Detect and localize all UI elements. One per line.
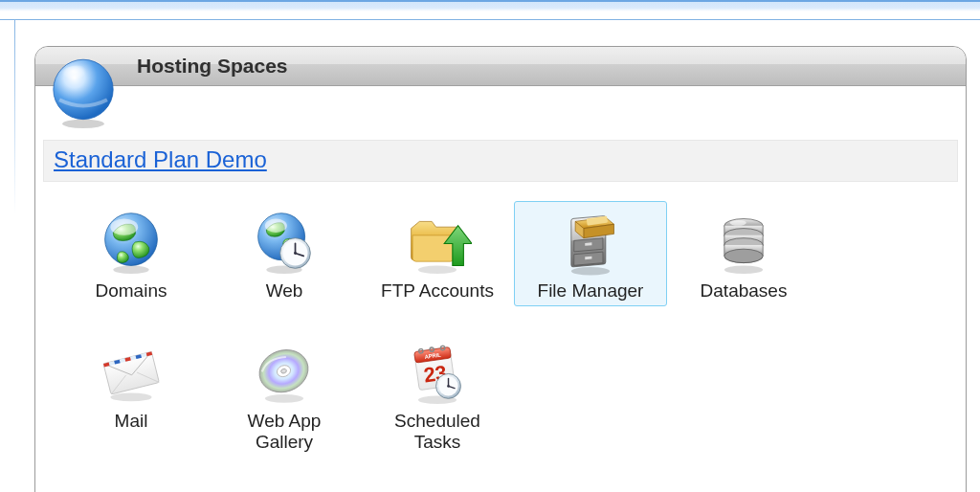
plan-link[interactable]: Standard Plan Demo [54,146,267,172]
item-label: File Manager [519,280,662,302]
item-label: ScheduledTasks [366,411,509,453]
plan-bar: Standard Plan Demo [43,140,958,182]
hosting-spaces-panel: Hosting Spaces Standard Plan Demo Domain… [34,46,967,492]
item-databases[interactable]: Databases [667,201,820,306]
item-domains[interactable]: Domains [55,201,208,306]
item-label: Databases [672,280,815,302]
item-web-app-gallery[interactable]: Web AppGallery [208,331,361,458]
item-label: Mail [59,411,203,432]
database-icon [672,208,815,277]
item-label: Web [212,280,356,302]
envelope-icon [59,338,203,407]
item-web[interactable]: Web [208,201,361,306]
globe-green-icon [59,208,203,277]
calendar-clock-icon [366,338,509,407]
top-gradient-bar [0,0,980,20]
file-cabinet-icon [519,208,662,277]
item-ftp[interactable]: FTP Accounts [361,201,514,306]
item-label: FTP Accounts [366,280,509,302]
item-label: Web AppGallery [212,411,356,453]
item-label: Domains [59,280,203,302]
item-file-manager[interactable]: File Manager [514,201,667,306]
item-mail[interactable]: Mail [55,331,208,458]
svg-point-2 [59,65,95,89]
svg-point-0 [62,120,104,128]
icon-grid: DomainsWebFTP AccountsFile ManagerDataba… [35,182,966,475]
disc-icon [212,338,356,407]
left-accent-line [14,19,15,214]
item-scheduled-tasks[interactable]: ScheduledTasks [361,331,514,458]
panel-header: Hosting Spaces [35,47,966,86]
hosting-spaces-sphere-icon [46,54,121,128]
globe-clock-icon [212,208,356,277]
folder-upload-icon [366,208,509,277]
panel-title: Hosting Spaces [137,55,288,78]
